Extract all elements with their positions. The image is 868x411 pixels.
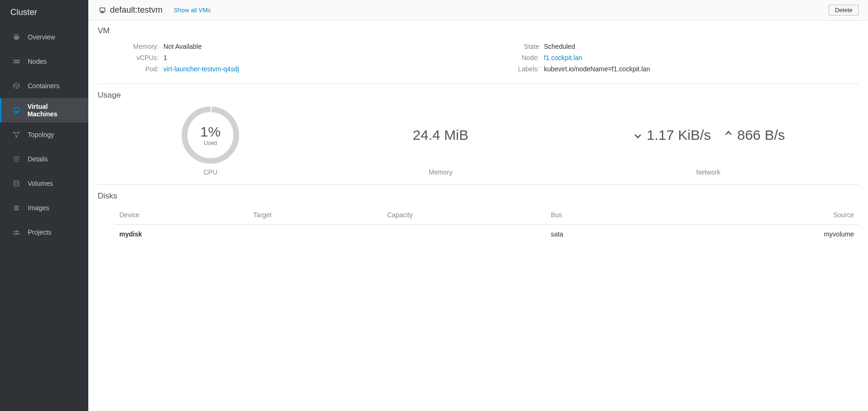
col-device: Device bbox=[115, 206, 248, 225]
sidebar-item-containers[interactable]: Containers bbox=[0, 74, 88, 98]
pod-label: Pod: bbox=[98, 64, 163, 74]
sidebar-item-details[interactable]: Details bbox=[0, 147, 88, 171]
topology-icon bbox=[12, 130, 21, 139]
sidebar-item-label: Volumes bbox=[28, 180, 53, 187]
sidebar-item-label: Topology bbox=[28, 131, 54, 138]
disk-device: mydisk bbox=[115, 225, 248, 244]
table-row[interactable]: mydisk sata myvolume bbox=[115, 225, 859, 244]
network-down-value: 1.17 KiB/s bbox=[647, 127, 711, 143]
svg-point-2 bbox=[16, 136, 17, 138]
vm-icon bbox=[12, 106, 21, 115]
sidebar-item-virtual-machines[interactable]: Virtual Machines bbox=[0, 98, 88, 122]
sidebar-item-label: Images bbox=[28, 204, 49, 212]
sidebar: Cluster Overview Nodes Containers Virtua… bbox=[0, 0, 88, 411]
dashboard-icon bbox=[12, 32, 21, 42]
delete-button[interactable]: Delete bbox=[829, 5, 859, 15]
server-icon bbox=[12, 57, 21, 66]
sidebar-item-label: Projects bbox=[28, 228, 52, 236]
cube-icon bbox=[12, 81, 21, 91]
page-header: default:testvm Show all VMs Delete bbox=[88, 0, 868, 21]
sidebar-item-label: Details bbox=[28, 155, 48, 163]
volumes-icon bbox=[12, 179, 21, 188]
disk-bus: sata bbox=[546, 225, 710, 244]
vcpus-value: 1 bbox=[163, 53, 167, 63]
section-title-usage: Usage bbox=[98, 91, 859, 100]
sidebar-item-overview[interactable]: Overview bbox=[0, 25, 88, 49]
sidebar-item-projects[interactable]: Projects bbox=[0, 220, 88, 244]
sidebar-item-nodes[interactable]: Nodes bbox=[0, 49, 88, 74]
cpu-donut-chart: 1% Used bbox=[180, 105, 241, 166]
labels-label: Labels: bbox=[478, 64, 544, 74]
sidebar-item-label: Containers bbox=[28, 82, 60, 90]
network-label: Network bbox=[558, 168, 859, 176]
sidebar-item-topology[interactable]: Topology bbox=[0, 122, 88, 147]
show-all-vms-link[interactable]: Show all VMs bbox=[174, 7, 211, 14]
disk-target bbox=[248, 225, 382, 244]
sidebar-item-images[interactable]: Images bbox=[0, 196, 88, 220]
labels-value: kubevirt.io/nodeName=f1.cockpit.lan bbox=[544, 64, 650, 74]
network-up-value: 866 B/s bbox=[737, 127, 785, 143]
cpu-sub-label: Used bbox=[204, 140, 217, 146]
col-bus: Bus bbox=[546, 206, 710, 225]
list-icon bbox=[12, 154, 21, 164]
state-value: Scheduled bbox=[544, 41, 575, 52]
state-label: State bbox=[478, 41, 544, 52]
content-area: VM Memory: Not Available vCPUs: 1 Pod: v… bbox=[88, 21, 868, 264]
sidebar-item-label: Nodes bbox=[28, 58, 46, 65]
cpu-label: CPU bbox=[98, 168, 323, 176]
usage-section: Usage 1% Used bbox=[98, 91, 859, 185]
cpu-percent: 1% bbox=[200, 124, 220, 140]
vm-section: VM Memory: Not Available vCPUs: 1 Pod: v… bbox=[98, 26, 859, 84]
disk-source: myvolume bbox=[710, 225, 859, 244]
section-title-vm: VM bbox=[98, 26, 859, 36]
col-target: Target bbox=[248, 206, 382, 225]
col-capacity: Capacity bbox=[382, 206, 546, 225]
pod-link[interactable]: virt-launcher-testvm-q4sdj bbox=[163, 64, 239, 74]
memory-value: Not Available bbox=[163, 41, 202, 52]
sidebar-title: Cluster bbox=[0, 0, 88, 25]
page-title: default:testvm bbox=[110, 5, 163, 15]
images-icon bbox=[12, 203, 21, 213]
memory-usage-value: 24.4 MiB bbox=[413, 127, 468, 143]
main-content: default:testvm Show all VMs Delete VM Me… bbox=[88, 0, 868, 411]
memory-label: Memory: bbox=[98, 41, 163, 52]
users-icon bbox=[12, 228, 21, 237]
memory-label: Memory bbox=[323, 168, 558, 176]
vm-icon bbox=[98, 6, 107, 15]
node-link[interactable]: f1.cockpit.lan bbox=[544, 53, 582, 63]
disks-section: Disks Device Target Capacity Bus Source … bbox=[98, 191, 859, 252]
col-source: Source bbox=[710, 206, 859, 225]
arrow-up-icon bbox=[722, 129, 735, 142]
vcpus-label: vCPUs: bbox=[98, 53, 163, 63]
node-label: Node: bbox=[478, 53, 544, 63]
section-title-disks: Disks bbox=[98, 191, 859, 201]
sidebar-item-volumes[interactable]: Volumes bbox=[0, 171, 88, 196]
disks-table: Device Target Capacity Bus Source mydisk… bbox=[115, 206, 859, 244]
sidebar-item-label: Virtual Machines bbox=[27, 103, 78, 118]
disk-capacity bbox=[382, 225, 546, 244]
arrow-down-icon bbox=[632, 129, 644, 142]
sidebar-item-label: Overview bbox=[28, 33, 55, 41]
